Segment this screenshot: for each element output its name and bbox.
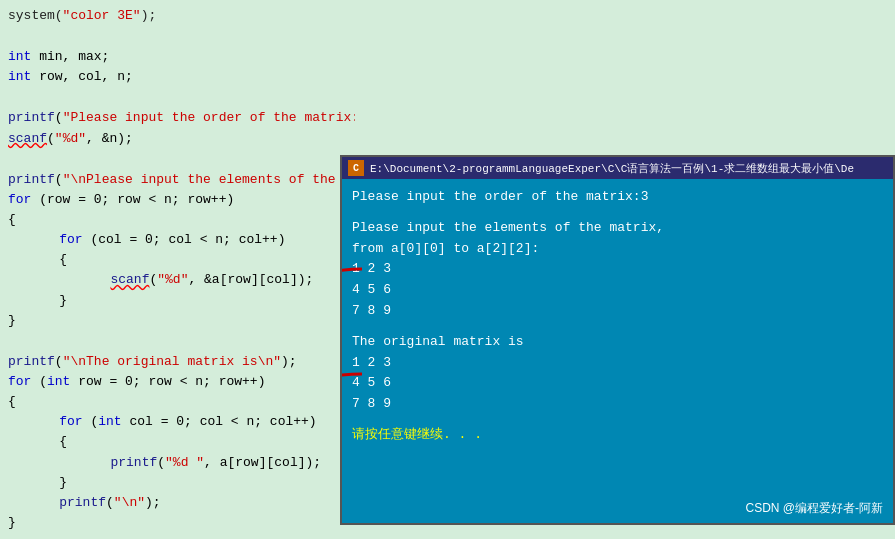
main-container: system("color 3E"); int min, max; int ro… bbox=[0, 0, 895, 539]
code-line-7: scanf("%d", &n); bbox=[8, 129, 347, 149]
term-line-9: The original matrix is bbox=[352, 332, 883, 353]
code-line-18: printf("\nThe original matrix is\n"); bbox=[8, 352, 347, 372]
code-line-26: } bbox=[8, 513, 347, 533]
term-line-3: Please input the elements of the matrix, bbox=[352, 218, 883, 239]
terminal-icon: C bbox=[348, 160, 364, 176]
code-line-1: system("color 3E"); bbox=[8, 6, 347, 26]
code-line-15: } bbox=[28, 291, 347, 311]
term-line-6: 4 5 6 bbox=[352, 280, 883, 301]
code-line-24: } bbox=[28, 473, 347, 493]
code-line-19: for (int row = 0; row < n; row++) bbox=[8, 372, 347, 392]
code-line-9: printf("\nPlease input the elements of t… bbox=[8, 170, 347, 190]
code-line-4: int row, col, n; bbox=[8, 67, 347, 87]
terminal-titlebar: C E:\Document\2-programmLanguageExper\C\… bbox=[342, 157, 893, 179]
term-line-11: 4 5 6 bbox=[352, 373, 883, 394]
code-line-25: printf("\n"); bbox=[28, 493, 347, 513]
code-editor-panel: system("color 3E"); int min, max; int ro… bbox=[0, 0, 355, 539]
code-line-16: } bbox=[8, 311, 347, 331]
terminal-window: C E:\Document\2-programmLanguageExper\C\… bbox=[340, 155, 895, 525]
terminal-title: E:\Document\2-programmLanguageExper\C\C语… bbox=[370, 161, 854, 176]
term-line-4: from a[0][0] to a[2][2]: bbox=[352, 239, 883, 260]
code-line-11: { bbox=[8, 210, 347, 230]
term-line-5: 1 2 3 bbox=[352, 259, 883, 280]
terminal-body: Please input the order of the matrix:3 P… bbox=[342, 179, 893, 523]
watermark: CSDN @编程爱好者-阿新 bbox=[745, 500, 883, 517]
code-line-6: printf("Please input the order of the ma… bbox=[8, 108, 347, 128]
code-line-21: for (int col = 0; col < n; col++) bbox=[28, 412, 347, 432]
code-line-10: for (row = 0; row < n; row++) bbox=[8, 190, 347, 210]
term-line-1: Please input the order of the matrix:3 bbox=[352, 187, 883, 208]
term-line-12: 7 8 9 bbox=[352, 394, 883, 415]
code-line-12: for (col = 0; col < n; col++) bbox=[28, 230, 347, 250]
term-line-14: 请按任意键继续. . . bbox=[352, 425, 883, 446]
code-line-22: { bbox=[28, 432, 347, 452]
code-line-14: scanf("%d", &a[row][col]); bbox=[48, 270, 347, 290]
term-line-7: 7 8 9 bbox=[352, 301, 883, 322]
code-line-13: { bbox=[28, 250, 347, 270]
code-line-23: printf("%d ", a[row][col]); bbox=[48, 453, 347, 473]
code-line-3: int min, max; bbox=[8, 47, 347, 67]
term-line-10: 1 2 3 bbox=[352, 353, 883, 374]
code-line-20: { bbox=[8, 392, 347, 412]
